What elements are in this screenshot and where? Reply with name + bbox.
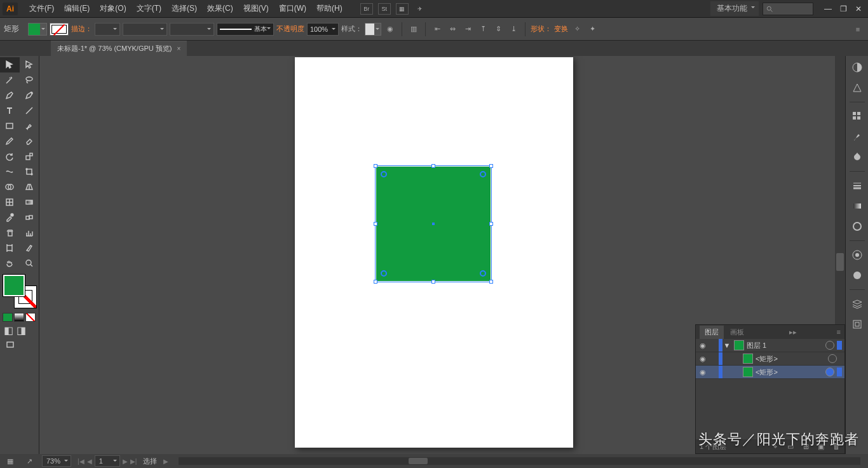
new-sublayer-icon[interactable]: ⊞ xyxy=(801,442,810,451)
window-maximize[interactable]: ❐ xyxy=(836,4,850,14)
handle-bm[interactable] xyxy=(431,280,435,284)
slice-tool[interactable] xyxy=(20,240,39,256)
visibility-icon[interactable]: ◉ xyxy=(696,368,710,376)
menu-window[interactable]: 窗口(W) xyxy=(274,1,311,17)
prev-page-icon[interactable]: ◀ xyxy=(87,458,92,465)
shape-panel-label[interactable]: 形状： xyxy=(531,24,552,34)
magic-wand-tool[interactable] xyxy=(0,72,20,88)
arrange-docs-icon[interactable]: ▦ xyxy=(396,3,409,15)
fill-swatch[interactable] xyxy=(28,23,47,36)
make-clip-icon[interactable]: ▭ xyxy=(786,442,795,451)
handle-ml[interactable] xyxy=(374,222,377,226)
rotate-tool[interactable] xyxy=(0,149,20,164)
align-bottom-icon[interactable]: ⤓ xyxy=(507,23,520,36)
panel-collapse-icon[interactable]: ▸▸ xyxy=(789,328,797,336)
gradient-panel-icon[interactable] xyxy=(850,198,865,214)
align-icon[interactable]: ▥ xyxy=(407,23,420,36)
layer-name[interactable]: <矩形> xyxy=(756,354,825,364)
handle-br[interactable] xyxy=(489,280,493,284)
delete-layer-icon[interactable]: 🗑 xyxy=(832,442,841,451)
rectangle-tool[interactable] xyxy=(0,118,20,134)
gpu-icon[interactable]: ✈ xyxy=(414,3,426,15)
horizontal-scrollbar[interactable] xyxy=(179,457,860,465)
document-tab[interactable]: 未标题-1* @ 73% (CMYK/GPU 预览) × xyxy=(51,41,187,56)
selection-tool[interactable] xyxy=(0,57,20,72)
stroke-width-profile[interactable] xyxy=(123,23,167,36)
swatches-icon[interactable] xyxy=(850,109,865,124)
stroke-label[interactable]: 描边： xyxy=(71,24,92,34)
first-page-icon[interactable]: |◀ xyxy=(78,458,85,465)
fill-stroke-swatch[interactable] xyxy=(2,273,37,309)
layer-row[interactable]: ◉ ▼ 图层 1 xyxy=(696,339,844,352)
layer-row[interactable]: ◉ <矩形> xyxy=(696,352,844,366)
menu-type[interactable]: 文字(T) xyxy=(132,1,166,17)
edit-icon[interactable]: ✦ xyxy=(586,23,599,36)
menu-help[interactable]: 帮助(H) xyxy=(311,1,348,17)
handle-tl[interactable] xyxy=(374,164,377,168)
symbol-sprayer-tool[interactable] xyxy=(0,225,20,240)
layer-row[interactable]: ◉ <矩形> xyxy=(696,366,844,379)
brushes-icon[interactable] xyxy=(850,129,865,144)
next-page-icon[interactable]: ▶ xyxy=(123,458,128,465)
stroke-weight[interactable] xyxy=(95,23,120,36)
width-tool[interactable] xyxy=(0,164,20,179)
direct-selection-tool[interactable] xyxy=(20,57,39,72)
visibility-icon[interactable]: ◉ xyxy=(696,355,710,363)
shape-builder-tool[interactable] xyxy=(0,179,20,195)
draw-behind-icon[interactable]: ◨ xyxy=(15,324,27,336)
align-left-icon[interactable]: ⇤ xyxy=(431,23,444,36)
handle-mr[interactable] xyxy=(489,222,493,226)
pencil-tool[interactable] xyxy=(0,134,20,149)
stroke-panel-icon[interactable] xyxy=(850,178,865,193)
color-mode-gradient[interactable] xyxy=(14,313,24,322)
stroke-style[interactable]: 基本 xyxy=(217,23,274,36)
opacity-input[interactable]: 100% xyxy=(307,23,339,36)
opacity-label[interactable]: 不透明度 xyxy=(276,24,304,34)
graphic-style[interactable] xyxy=(365,23,381,36)
draw-normal-icon[interactable]: ◧ xyxy=(3,324,14,336)
handle-tr[interactable] xyxy=(489,164,493,168)
stroke-swatch[interactable] xyxy=(50,23,69,36)
curvature-tool[interactable] xyxy=(20,88,39,103)
window-minimize[interactable]: — xyxy=(821,4,835,14)
expand-icon[interactable]: ▼ xyxy=(722,341,731,349)
corner-widget-bl[interactable] xyxy=(381,270,387,277)
visibility-icon[interactable]: ◉ xyxy=(696,341,710,350)
type-tool[interactable] xyxy=(0,103,20,118)
color-mode-solid[interactable] xyxy=(3,313,13,322)
target-icon[interactable] xyxy=(828,354,837,363)
perspective-tool[interactable] xyxy=(20,179,39,195)
tab-layers[interactable]: 图层 xyxy=(700,326,724,339)
color-guide-icon[interactable] xyxy=(850,80,865,95)
recolor-icon[interactable]: ◉ xyxy=(384,23,397,36)
align-right-icon[interactable]: ⇥ xyxy=(461,23,474,36)
menu-edit[interactable]: 编辑(E) xyxy=(59,1,95,17)
corner-widget-br[interactable] xyxy=(480,270,486,277)
pen-tool[interactable] xyxy=(0,88,20,103)
layer-name[interactable]: 图层 1 xyxy=(747,341,823,350)
transform-label[interactable]: 变换 xyxy=(554,24,568,34)
scale-tool[interactable] xyxy=(20,149,39,164)
align-top-icon[interactable]: ⤒ xyxy=(477,23,489,36)
menu-select[interactable]: 选择(S) xyxy=(166,1,202,17)
brush-definition[interactable] xyxy=(170,23,214,36)
corner-widget-tr[interactable] xyxy=(480,171,486,177)
paintbrush-tool[interactable] xyxy=(20,118,39,134)
color-panel-icon[interactable] xyxy=(850,60,865,75)
tab-close-icon[interactable]: × xyxy=(177,45,180,52)
new-layer-icon[interactable]: ▣ xyxy=(817,442,825,451)
zoom-tool[interactable] xyxy=(20,256,39,271)
align-center-icon[interactable]: ⇔ xyxy=(446,23,459,36)
lasso-tool[interactable] xyxy=(20,72,39,88)
page-input[interactable]: 1 xyxy=(95,455,120,467)
isolate-icon[interactable]: ✧ xyxy=(571,23,583,36)
transparency-icon[interactable] xyxy=(850,219,865,234)
bridge-icon[interactable]: Br xyxy=(360,3,373,15)
zoom-level[interactable]: 73% xyxy=(42,455,71,467)
free-transform-tool[interactable] xyxy=(20,164,39,179)
menu-view[interactable]: 视图(V) xyxy=(238,1,274,17)
artboard[interactable] xyxy=(295,57,573,448)
screen-mode-tool[interactable] xyxy=(0,337,20,352)
window-close[interactable]: ✕ xyxy=(851,4,865,14)
locate-icon[interactable]: ⌖ xyxy=(771,442,780,451)
